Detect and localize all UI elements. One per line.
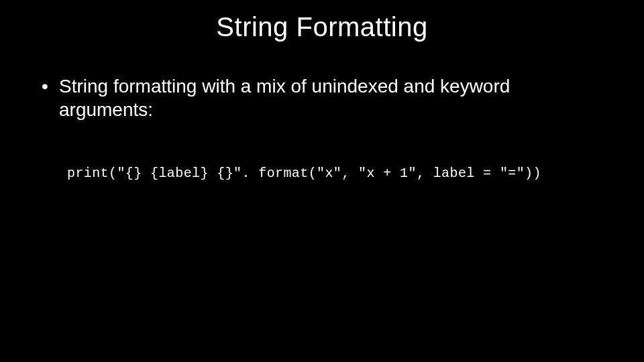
slide: String Formatting • String formatting wi… — [0, 0, 644, 362]
code-line: print("{} {label} {}". format("x", "x + … — [40, 121, 604, 181]
bullet-marker: • — [40, 74, 59, 98]
slide-title: String Formatting — [0, 0, 644, 42]
slide-body: • String formatting with a mix of uninde… — [0, 42, 644, 181]
bullet-item: • String formatting with a mix of uninde… — [40, 74, 604, 121]
bullet-text: String formatting with a mix of unindexe… — [59, 74, 604, 121]
